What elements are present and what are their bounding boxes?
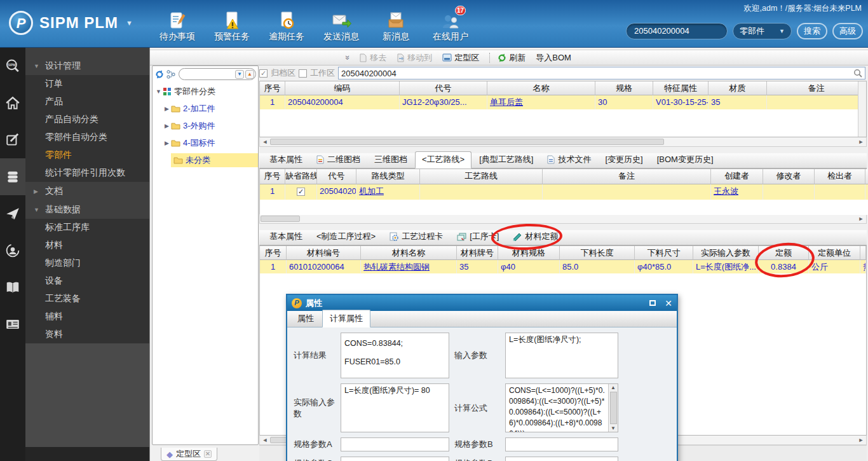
contact-card-icon[interactable] — [0, 306, 25, 343]
scroll-down-arrow[interactable]: ▼ — [611, 425, 616, 432]
calc-result-field[interactable]: CONS=0.83844; FUSER01=85.0 — [341, 333, 449, 378]
search-button[interactable]: 搜索 — [797, 23, 827, 39]
parts-table-vertical-scrollbar[interactable] — [858, 81, 866, 137]
nav-overdue-tasks[interactable]: 逾期任务 — [264, 8, 309, 43]
tab-2d-drawings[interactable]: 二维图档 — [310, 152, 367, 168]
table-row-cell[interactable]: φ40*85.0 — [635, 260, 693, 273]
table-row-cell[interactable]: 205040200... — [317, 184, 356, 200]
nav-todo[interactable]: 待办事项 — [154, 8, 200, 43]
table-row-cell[interactable]: 35 — [709, 95, 767, 109]
tab-operation-card[interactable]: [工序卡] — [451, 229, 505, 245]
scroll-right-arrow[interactable]: ► — [856, 139, 866, 145]
finalize-zone-bottom-tab[interactable]: ◆ 定型区 ✕ — [161, 448, 217, 461]
tree-node-unclassified[interactable]: 未分类 — [153, 151, 258, 169]
tree-search-input[interactable]: ▼ ▲ — [179, 68, 256, 80]
tab-typical-route[interactable]: [典型工艺路线] — [473, 152, 539, 168]
quota-value-cell[interactable]: 0.8384 — [759, 260, 809, 273]
tree-node-standard[interactable]: ▶ 4-国标件 — [153, 134, 258, 151]
nav-new-messages[interactable]: 新消息 — [373, 8, 419, 43]
finalize-zone-button[interactable]: 定型区 — [442, 52, 479, 64]
nav-send-message[interactable]: 发送消息 — [318, 8, 364, 43]
table-row-cell[interactable]: 热 — [860, 260, 866, 273]
table-row-cell[interactable]: φ40 — [498, 260, 560, 273]
input-param-field[interactable]: L=长度(图纸净尺寸); — [505, 333, 618, 378]
search-down-button[interactable]: ▼ — [235, 70, 244, 79]
tree-node-machined[interactable]: ▶ 2-加工件 — [153, 100, 258, 117]
spec-param-c-field[interactable] — [341, 457, 449, 461]
sidebar-item-orders[interactable]: 订单 — [25, 75, 149, 93]
sidebar-item-part-usage-count[interactable]: 统计零部件引用次数 — [25, 164, 149, 182]
scroll-right-arrow[interactable]: ► — [856, 216, 866, 222]
sidebar-item-equipment[interactable]: 设备 — [25, 272, 149, 290]
sidebar-item-process-equipment[interactable]: 工艺装备 — [25, 290, 149, 308]
caret-right-icon[interactable]: ▶ — [163, 123, 171, 129]
part-name-link[interactable]: 单耳后盖 — [487, 95, 595, 109]
import-bom-button[interactable]: 导入BOM — [536, 52, 571, 64]
search-up-button[interactable]: ▲ — [245, 70, 254, 79]
nav-warning-tasks[interactable]: 预警任务 — [209, 8, 255, 43]
archive-checkbox[interactable]: ✓ — [259, 69, 268, 78]
refresh-button[interactable]: 刷新 — [498, 52, 526, 64]
table-row-cell[interactable]: V01-30-15-25-2... — [653, 95, 709, 109]
close-icon[interactable]: ✕ — [665, 298, 672, 308]
route-table-horizontal-scrollbar[interactable]: ► — [259, 214, 867, 224]
table-row-cell[interactable]: 35 — [457, 260, 498, 273]
sidebar-item-auxiliary[interactable]: 辅料 — [25, 308, 149, 326]
search-icon[interactable] — [853, 69, 862, 78]
sidebar-section-basedata[interactable]: ▼ 基础数据 — [25, 200, 149, 219]
app-logo[interactable]: P SIPM PLM ▼ — [9, 11, 133, 35]
tab-process-card[interactable]: 工艺过程卡 — [383, 229, 449, 245]
tree-node-purchased[interactable]: ▶ 3-外购件 — [153, 117, 258, 134]
tab-3d-drawings[interactable]: 三维图档 — [368, 152, 414, 168]
tab-calc-attributes[interactable]: 计算属性 — [322, 310, 370, 327]
caret-right-icon[interactable]: ▶ — [163, 106, 171, 112]
sidebar-item-parts[interactable]: 零部件 — [25, 146, 149, 164]
table-row-cell[interactable]: L=长度(图纸净... — [693, 260, 759, 273]
table-row-cell[interactable]: 601010200064 — [287, 260, 361, 273]
scroll-right-arrow[interactable]: ► — [856, 437, 866, 443]
sidebar-item-products[interactable]: 产品 — [25, 93, 149, 111]
sidebar-section-documents[interactable]: ▶ 文档 — [25, 182, 149, 200]
move-out-button[interactable]: 移去 — [359, 52, 386, 64]
spec-param-a-field[interactable] — [341, 437, 449, 451]
checked-checkbox[interactable]: ✓ — [297, 188, 305, 196]
tab-tech-docs[interactable]: 技术文件 — [541, 152, 597, 168]
actual-input-field[interactable]: L=长度(图纸净尺寸)= 80 — [341, 383, 449, 432]
tree-hierarchy-icon[interactable] — [166, 70, 176, 79]
sidebar-item-part-autoclass[interactable]: 零部件自动分类 — [25, 128, 149, 146]
scrollbar-thumb[interactable] — [610, 392, 617, 423]
formula-field[interactable]: CONS=(L<=1000)?((L+5)*0.009864):((L<=300… — [505, 383, 618, 432]
library-book-icon[interactable] — [0, 269, 25, 306]
table-row-cell[interactable]: 公斤 — [809, 260, 860, 273]
move-to-button[interactable]: 移动到 — [397, 52, 432, 64]
table-row-cell[interactable]: 1 — [260, 184, 285, 200]
broadcast-icon[interactable] — [0, 232, 25, 269]
tab-bom-change-history[interactable]: [BOM变更历史] — [651, 152, 720, 168]
tab-attributes[interactable]: 属性 — [290, 310, 321, 327]
spec-param-b-field[interactable] — [505, 437, 618, 451]
table-row-cell[interactable]: 1 — [260, 95, 285, 109]
scroll-up-arrow[interactable]: ▲ — [611, 384, 616, 391]
route-type-link[interactable]: 机加工 — [356, 184, 420, 200]
formula-vertical-scrollbar[interactable]: ▲▼ — [608, 384, 618, 432]
sipm-search-icon[interactable]: SIPM — [0, 48, 25, 85]
table-row-cell[interactable]: 1 — [260, 260, 287, 273]
default-route-checkbox-cell[interactable]: ✓ — [285, 184, 317, 200]
search-category-select[interactable]: 零部件 ▼ — [733, 23, 792, 39]
nav-online-users[interactable]: 17 在线用户 — [428, 8, 473, 43]
table-row-cell[interactable] — [420, 184, 543, 200]
table-row-cell[interactable]: 30 — [595, 95, 653, 109]
tab-manufacturing-process[interactable]: <制造工序过程> — [310, 229, 382, 245]
part-search-input[interactable]: 205040200004 — [338, 67, 865, 79]
caret-down-icon[interactable]: ▼ — [154, 88, 163, 95]
tab-process-route[interactable]: <工艺路线> — [415, 151, 471, 169]
tree-refresh-icon[interactable] — [155, 70, 164, 79]
table-row-cell[interactable] — [543, 184, 711, 200]
tab-change-history[interactable]: [变更历史] — [599, 152, 649, 168]
sidebar-item-std-process-lib[interactable]: 标准工序库 — [25, 219, 149, 237]
sidebar-item-resources[interactable]: 资料 — [25, 326, 149, 343]
tab-basic-props-2[interactable]: 基本属性 — [263, 229, 309, 245]
sidebar-item-product-autoclass[interactable]: 产品自动分类 — [25, 111, 149, 128]
close-icon[interactable]: ✕ — [204, 450, 212, 458]
sidebar-item-manufacturing-dept[interactable]: 制造部门 — [25, 254, 149, 272]
